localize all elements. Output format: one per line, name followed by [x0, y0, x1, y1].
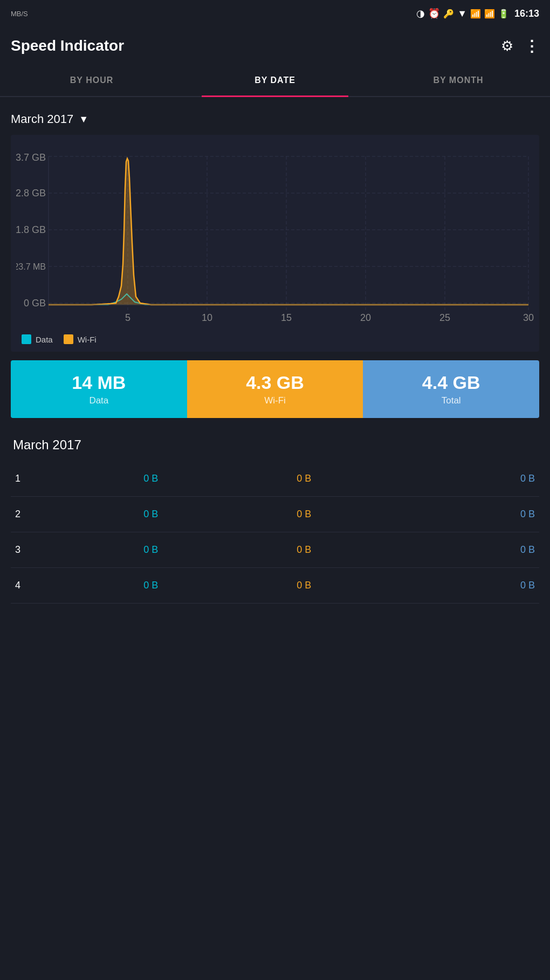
legend-wifi-label: Wi-Fi — [78, 335, 97, 344]
svg-text:2.8 GB: 2.8 GB — [16, 188, 46, 198]
status-bar: MB/S ◑ ⏰ 🔑 ▼ 📶 📶 🔋 16:13 — [0, 0, 550, 27]
table-cell-data: 0 B — [74, 568, 228, 604]
month-selector-arrow[interactable]: ▼ — [79, 114, 88, 125]
table-cell-data: 0 B — [74, 461, 228, 497]
tab-by-month[interactable]: BY MONTH — [367, 65, 550, 96]
brightness-icon: ◑ — [416, 8, 425, 19]
more-options-icon[interactable]: ⋮ — [524, 37, 539, 55]
table-cell-data: 0 B — [74, 497, 228, 532]
table-cell-data: 0 B — [74, 532, 228, 568]
svg-text:20: 20 — [360, 312, 371, 323]
stat-wifi-label: Wi-Fi — [192, 395, 358, 406]
stat-total-value: 4.4 GB — [368, 372, 534, 393]
stat-data-value: 14 MB — [16, 372, 182, 393]
legend-data: Data — [22, 334, 53, 344]
toolbar-icons: ⚙ ⋮ — [501, 37, 539, 55]
chart-svg: 0 GB 923.7 MB 1.8 GB 2.8 GB 3.7 GB 5 10 … — [16, 146, 534, 329]
table-row: 2 0 B 0 B 0 B — [11, 497, 539, 532]
status-bar-right: ◑ ⏰ 🔑 ▼ 📶 📶 🔋 16:13 — [416, 8, 539, 19]
chart-legend: Data Wi-Fi — [16, 329, 534, 346]
svg-text:25: 25 — [439, 312, 450, 323]
chart-area: 0 GB 923.7 MB 1.8 GB 2.8 GB 3.7 GB 5 10 … — [16, 146, 534, 329]
table-cell-day: 1 — [11, 461, 74, 497]
tab-by-date[interactable]: BY DATE — [183, 65, 367, 96]
battery-icon: 🔋 — [498, 9, 509, 19]
table-row: 4 0 B 0 B 0 B — [11, 568, 539, 604]
table-cell-total: 0 B — [381, 497, 539, 532]
status-bar-left-text: MB/S — [11, 10, 28, 18]
table-cell-total: 0 B — [381, 532, 539, 568]
stats-row: 14 MB Data 4.3 GB Wi-Fi 4.4 GB Total — [11, 360, 539, 418]
table-row: 3 0 B 0 B 0 B — [11, 532, 539, 568]
table-cell-wifi: 0 B — [228, 568, 381, 604]
toolbar: Speed Indicator ⚙ ⋮ — [0, 27, 550, 65]
table-cell-wifi: 0 B — [228, 461, 381, 497]
stat-wifi-value: 4.3 GB — [192, 372, 358, 393]
settings-icon[interactable]: ⚙ — [501, 38, 513, 54]
month-selector[interactable]: March 2017 ▼ — [11, 112, 539, 126]
table-cell-day: 3 — [11, 532, 74, 568]
table-cell-total: 0 B — [381, 568, 539, 604]
svg-text:15: 15 — [281, 312, 292, 323]
legend-wifi-color — [64, 334, 73, 344]
table-cell-wifi: 0 B — [228, 532, 381, 568]
svg-text:1.8 GB: 1.8 GB — [16, 224, 46, 235]
svg-text:923.7 MB: 923.7 MB — [16, 262, 46, 271]
legend-wifi: Wi-Fi — [64, 334, 97, 344]
svg-text:5: 5 — [125, 312, 130, 323]
stat-card-total: 4.4 GB Total — [363, 360, 539, 418]
svg-text:10: 10 — [202, 312, 212, 323]
table-cell-day: 2 — [11, 497, 74, 532]
stat-card-data: 14 MB Data — [11, 360, 187, 418]
key-icon: 🔑 — [443, 9, 454, 19]
status-time: 16:13 — [514, 8, 539, 19]
tab-by-hour[interactable]: BY HOUR — [0, 65, 183, 96]
svg-rect-0 — [16, 146, 534, 329]
legend-data-color — [22, 334, 31, 344]
table-row: 1 0 B 0 B 0 B — [11, 461, 539, 497]
stat-data-label: Data — [16, 395, 182, 406]
month-selector-label: March 2017 — [11, 112, 73, 126]
table-cell-wifi: 0 B — [228, 497, 381, 532]
data-table: 1 0 B 0 B 0 B 2 0 B 0 B 0 B 3 0 B 0 B 0 … — [11, 461, 539, 604]
table-cell-day: 4 — [11, 568, 74, 604]
svg-text:3.7 GB: 3.7 GB — [16, 152, 46, 163]
svg-text:30: 30 — [523, 312, 534, 323]
signal1-icon: 📶 — [470, 9, 481, 19]
svg-text:0 GB: 0 GB — [24, 298, 46, 309]
table-cell-total: 0 B — [381, 461, 539, 497]
alarm-icon: ⏰ — [428, 8, 440, 19]
stat-total-label: Total — [368, 395, 534, 406]
table-title: March 2017 — [11, 429, 539, 461]
wifi-icon: ▼ — [457, 8, 467, 19]
tabs-container: BY HOUR BY DATE BY MONTH — [0, 65, 550, 97]
table-section: March 2017 1 0 B 0 B 0 B 2 0 B 0 B 0 B 3… — [11, 429, 539, 614]
stat-card-wifi: 4.3 GB Wi-Fi — [187, 360, 363, 418]
chart-container: 0 GB 923.7 MB 1.8 GB 2.8 GB 3.7 GB 5 10 … — [11, 135, 539, 352]
legend-data-label: Data — [36, 335, 53, 344]
signal2-icon: 📶 — [484, 9, 495, 19]
app-title: Speed Indicator — [11, 37, 124, 54]
main-content: March 2017 ▼ — [0, 97, 550, 614]
